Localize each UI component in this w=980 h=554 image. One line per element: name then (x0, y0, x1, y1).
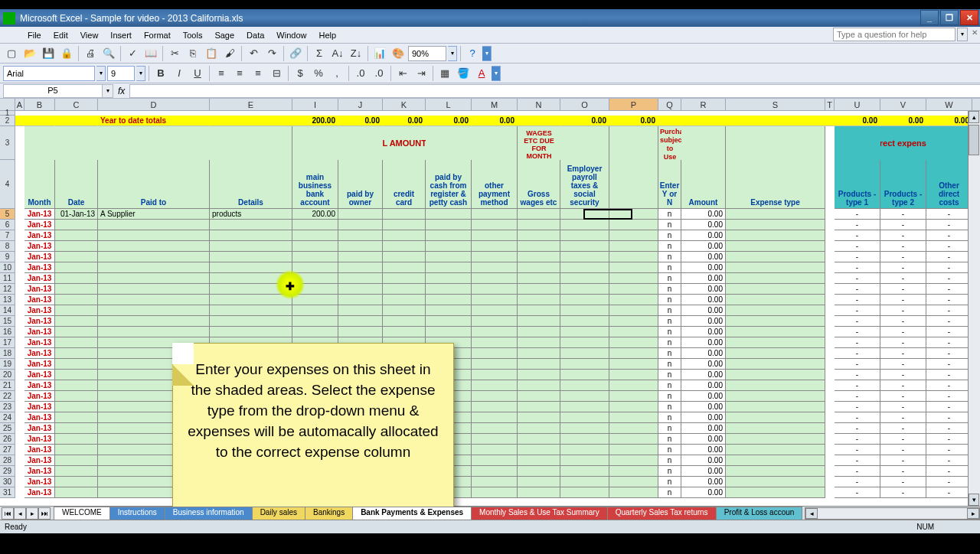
cell-M3[interactable] (472, 126, 518, 160)
cell-J15[interactable] (338, 316, 383, 327)
cell-B29[interactable]: Jan-13 (24, 466, 55, 477)
cell-J11[interactable] (338, 273, 383, 284)
row-header-31[interactable]: 31 (0, 487, 15, 498)
cell-S29[interactable] (726, 466, 825, 477)
cell-V5[interactable]: - (880, 209, 926, 220)
redo-button[interactable]: ↷ (263, 45, 280, 62)
cell-N6[interactable] (518, 220, 560, 230)
cell-Q7[interactable]: n (658, 230, 681, 241)
cell-K15[interactable] (383, 316, 426, 327)
cell-S13[interactable] (726, 295, 825, 305)
print-preview-button[interactable]: 🔍 (100, 45, 117, 62)
cut-button[interactable]: ✂ (166, 45, 183, 62)
row-header-15[interactable]: 15 (0, 316, 15, 327)
italic-button[interactable]: I (171, 65, 188, 82)
cell-A12[interactable] (15, 284, 24, 295)
cell-I2[interactable]: 200.00 (292, 116, 338, 126)
cell-O22[interactable] (560, 391, 609, 402)
decrease-indent-button[interactable]: ⇤ (394, 65, 411, 82)
col-header-N[interactable]: N (518, 99, 560, 111)
cell-A29[interactable] (15, 466, 24, 477)
cell-D9[interactable] (98, 252, 210, 262)
cell-U15[interactable]: - (835, 316, 880, 327)
cell-U18[interactable]: - (835, 348, 880, 359)
cell-R3[interactable] (681, 126, 726, 160)
cell-M11[interactable] (472, 273, 518, 284)
zoom-dd-icon[interactable]: ▾ (448, 46, 457, 61)
cell-O6[interactable] (560, 220, 609, 230)
cell-B25[interactable]: Jan-13 (24, 423, 55, 434)
cell-V31[interactable]: - (880, 487, 926, 498)
row-header-21[interactable]: 21 (0, 380, 15, 391)
cell-O15[interactable] (560, 316, 609, 327)
cell-S28[interactable] (726, 455, 825, 466)
cell-V8[interactable]: - (880, 241, 926, 252)
col-header-W[interactable]: W (926, 99, 972, 111)
cell-Q3[interactable]: Purchases subject to Use tax (658, 126, 681, 160)
cell-V27[interactable]: - (880, 445, 926, 455)
cell-Q17[interactable]: n (658, 337, 681, 348)
scroll-thumb[interactable] (969, 125, 979, 155)
cell-P25[interactable] (609, 423, 658, 434)
cell-J12[interactable] (338, 284, 383, 295)
cell-Q25[interactable]: n (658, 423, 681, 434)
cell-T22[interactable] (825, 391, 835, 402)
cell-U14[interactable]: - (835, 305, 880, 316)
cell-B8[interactable]: Jan-13 (24, 241, 55, 252)
cell-B26[interactable]: Jan-13 (24, 434, 55, 445)
cell-U21[interactable]: - (835, 380, 880, 391)
cell-P11[interactable] (609, 273, 658, 284)
autosum-button[interactable]: Σ (311, 45, 328, 62)
format-painter-button[interactable]: 🖌 (221, 45, 238, 62)
cell-M22[interactable] (472, 391, 518, 402)
hscroll-left-button[interactable]: ◂ (805, 508, 818, 519)
cell-O27[interactable] (560, 445, 609, 455)
spelling-button[interactable]: ✓ (124, 45, 141, 62)
cell-E9[interactable] (210, 252, 292, 262)
cell-J4[interactable]: paid by owner (338, 160, 383, 209)
cell-A31[interactable] (15, 487, 24, 498)
col-header-B[interactable]: B (24, 99, 55, 111)
cell-U10[interactable]: - (835, 262, 880, 273)
cell-W7[interactable]: - (926, 230, 972, 241)
cell-O13[interactable] (560, 295, 609, 305)
cell-U13[interactable]: - (835, 295, 880, 305)
col-header-Q[interactable]: Q (658, 99, 681, 111)
cell-N21[interactable] (518, 380, 560, 391)
cell-R12[interactable]: 0.00 (681, 284, 726, 295)
col-header-X[interactable]: X (972, 99, 980, 111)
cell-J14[interactable] (338, 305, 383, 316)
cell-R15[interactable]: 0.00 (681, 316, 726, 327)
cell-M28[interactable] (472, 455, 518, 466)
cell-Q4[interactable]: Enter Y or N (658, 160, 681, 209)
cell-R14[interactable]: 0.00 (681, 305, 726, 316)
cell-Q18[interactable]: n (658, 348, 681, 359)
cell-B27[interactable]: Jan-13 (24, 445, 55, 455)
cell-O20[interactable] (560, 370, 609, 380)
cell-M15[interactable] (472, 316, 518, 327)
cell-W16[interactable]: - (926, 327, 972, 337)
cell-B20[interactable]: Jan-13 (24, 370, 55, 380)
cell-M25[interactable] (472, 423, 518, 434)
sheet-tab-instructions[interactable]: Instructions (109, 507, 165, 520)
cell-C31[interactable] (55, 487, 98, 498)
sheet-tab-profit-loss-accoun[interactable]: Profit & Loss accoun (716, 507, 803, 520)
cell-B13[interactable]: Jan-13 (24, 295, 55, 305)
horizontal-scrollbar[interactable]: ◂ ▸ (805, 507, 980, 520)
cell-W13[interactable]: - (926, 295, 972, 305)
cell-T27[interactable] (825, 445, 835, 455)
col-header-O[interactable]: O (560, 99, 609, 111)
row-header-9[interactable]: 9 (0, 252, 15, 262)
cell-B30[interactable]: Jan-13 (24, 477, 55, 487)
cell-W2[interactable]: 0.00 (926, 116, 972, 126)
cell-S16[interactable] (726, 327, 825, 337)
cell-M7[interactable] (472, 230, 518, 241)
cell-N25[interactable] (518, 423, 560, 434)
cell-P7[interactable] (609, 230, 658, 241)
cell-E4[interactable]: Details (210, 160, 292, 209)
cell-V20[interactable]: - (880, 370, 926, 380)
cell-T30[interactable] (825, 477, 835, 487)
cell-P29[interactable] (609, 466, 658, 477)
cell-M18[interactable] (472, 348, 518, 359)
cell-S12[interactable] (726, 284, 825, 295)
